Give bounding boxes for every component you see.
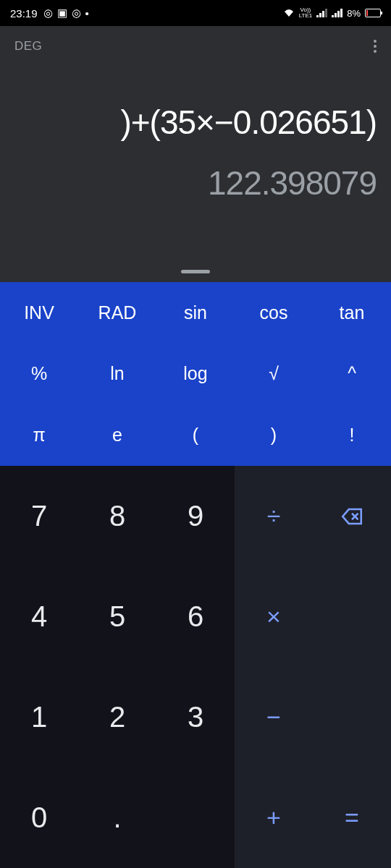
cos-button[interactable]: cos xyxy=(235,282,313,344)
inv-button[interactable]: INV xyxy=(0,282,78,344)
more-options-icon[interactable] xyxy=(374,40,377,53)
sqrt-button[interactable]: √ xyxy=(235,344,313,405)
angle-mode-label[interactable]: DEG xyxy=(14,39,42,54)
digit-2-button[interactable]: 2 xyxy=(78,667,156,767)
app-header: DEG xyxy=(0,26,391,67)
plus-button[interactable]: + xyxy=(235,767,313,868)
expression-text[interactable]: )+(35×−0.026651) xyxy=(14,103,377,142)
battery-percent: 8% xyxy=(347,8,361,19)
digit-6-button[interactable]: 6 xyxy=(156,566,235,667)
status-bar: 23:19 ◎ ▣ ◎ • Vo)) LTE1 8% xyxy=(0,0,391,26)
equals-button[interactable]: = xyxy=(313,767,391,868)
sin-button[interactable]: sin xyxy=(156,282,235,344)
keypad: 7 8 9 4 5 6 1 2 3 0 . ÷ × − + = xyxy=(0,466,391,868)
ln-button[interactable]: ln xyxy=(78,344,156,405)
lte-label: LTE1 xyxy=(299,13,313,19)
rparen-button[interactable]: ) xyxy=(235,404,313,466)
empty-op xyxy=(313,566,391,667)
status-time: 23:19 xyxy=(10,7,38,20)
percent-button[interactable]: % xyxy=(0,344,78,405)
decimal-button[interactable]: . xyxy=(78,767,156,868)
factorial-button[interactable]: ! xyxy=(313,404,391,466)
digit-1-button[interactable]: 1 xyxy=(0,667,78,767)
pi-button[interactable]: π xyxy=(0,404,78,466)
rad-button[interactable]: RAD xyxy=(78,282,156,344)
multiply-button[interactable]: × xyxy=(235,566,313,667)
signal-icon xyxy=(316,9,327,17)
empty-button xyxy=(156,767,235,868)
number-pad: 7 8 9 4 5 6 1 2 3 0 . xyxy=(0,466,235,868)
digit-0-button[interactable]: 0 xyxy=(0,767,78,868)
digit-3-button[interactable]: 3 xyxy=(156,667,235,767)
e-button[interactable]: e xyxy=(78,404,156,466)
more-notifications-icon: • xyxy=(85,7,89,20)
tan-button[interactable]: tan xyxy=(313,282,391,344)
lparen-button[interactable]: ( xyxy=(156,404,235,466)
scientific-panel: INV RAD sin cos tan % ln log √ ^ π e ( )… xyxy=(0,282,391,466)
signal-icon-2 xyxy=(332,9,342,17)
digit-5-button[interactable]: 5 xyxy=(78,566,156,667)
drag-handle[interactable] xyxy=(181,270,210,273)
calculator-display: )+(35×−0.026651) 122.398079 xyxy=(0,67,391,282)
digit-9-button[interactable]: 9 xyxy=(156,466,235,566)
image-icon: ▣ xyxy=(57,7,67,20)
delete-button[interactable] xyxy=(313,466,391,566)
empty-op-2 xyxy=(313,667,391,767)
divide-button[interactable]: ÷ xyxy=(235,466,313,566)
wifi-icon xyxy=(283,8,295,19)
operator-column: ÷ × − + = xyxy=(235,466,391,868)
status-right: Vo)) LTE1 8% xyxy=(283,7,381,19)
digit-4-button[interactable]: 4 xyxy=(0,566,78,667)
status-left: 23:19 ◎ ▣ ◎ • xyxy=(10,7,89,20)
minus-button[interactable]: − xyxy=(235,667,313,767)
power-button[interactable]: ^ xyxy=(313,344,391,405)
status-notification-icons: ◎ ▣ ◎ • xyxy=(43,7,89,20)
digit-7-button[interactable]: 7 xyxy=(0,466,78,566)
battery-icon xyxy=(365,9,381,17)
log-button[interactable]: log xyxy=(156,344,235,405)
digit-8-button[interactable]: 8 xyxy=(78,466,156,566)
instagram-icon: ◎ xyxy=(43,7,53,20)
instagram-icon: ◎ xyxy=(72,7,81,20)
result-text: 122.398079 xyxy=(14,163,377,203)
